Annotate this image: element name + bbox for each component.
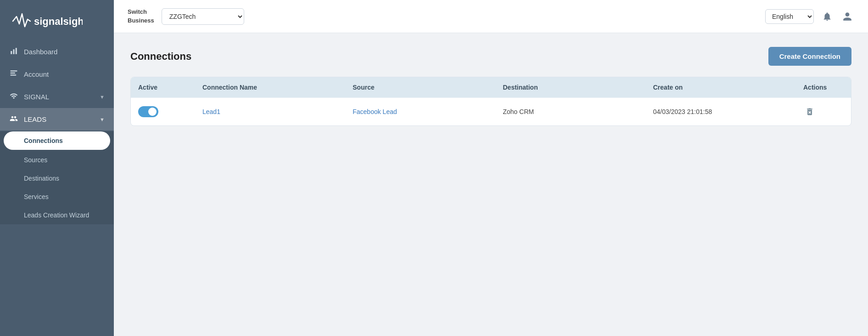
bell-icon: [822, 11, 832, 22]
svg-rect-0: [11, 51, 12, 54]
page-header: Connections Create Connection: [130, 47, 851, 66]
switch-business-label: SwitchBusiness: [128, 8, 154, 24]
svg-rect-1: [13, 49, 15, 54]
sidebar-item-leads[interactable]: LEADS ▼: [0, 108, 114, 131]
sidebar-item-sources[interactable]: Sources: [0, 151, 114, 169]
svg-rect-5: [11, 74, 17, 75]
sidebar-item-signal-label: SIGNAL: [24, 93, 49, 101]
topbar-right: English: [765, 9, 854, 24]
active-toggle[interactable]: [138, 106, 158, 117]
chart-icon: [9, 47, 18, 57]
sidebar-item-destinations[interactable]: Destinations: [0, 169, 114, 188]
leads-chevron-icon: ▼: [100, 117, 105, 122]
sidebar-item-services[interactable]: Services: [0, 188, 114, 206]
cell-actions: [796, 98, 851, 125]
logo-text: signalsight: [34, 16, 83, 27]
sidebar-item-leads-label: LEADS: [24, 115, 46, 123]
cell-source[interactable]: Facebook Lead: [345, 101, 495, 123]
page-content: Connections Create Connection Active Con…: [114, 33, 868, 336]
sidebar-item-account[interactable]: Account: [0, 63, 114, 85]
business-select[interactable]: ZZGTech: [162, 8, 244, 25]
col-connection-name: Connection Name: [195, 77, 345, 97]
user-icon: [842, 11, 852, 22]
account-icon: [9, 69, 18, 79]
signal-chevron-icon: ▼: [100, 94, 105, 100]
toggle-slider: [138, 106, 158, 117]
col-active: Active: [131, 77, 195, 97]
sidebar-item-dashboard[interactable]: Dashboard: [0, 40, 114, 63]
leads-submenu: Connections Sources Destinations Service…: [0, 131, 114, 224]
leads-icon: [9, 114, 18, 124]
col-actions: Actions: [796, 77, 851, 97]
col-source: Source: [345, 77, 495, 97]
sidebar-item-signal[interactable]: SIGNAL ▼: [0, 85, 114, 108]
delete-button[interactable]: [803, 105, 816, 118]
sidebar-item-account-label: Account: [24, 70, 49, 78]
cell-destination: Zoho CRM: [496, 101, 646, 123]
sidebar-nav: Dashboard Account SIGNAL ▼ LEADS ▼: [0, 40, 114, 336]
table-header: Active Connection Name Source Destinatio…: [131, 77, 851, 97]
sidebar-item-leads-creation-wizard[interactable]: Leads Creation Wizard: [0, 206, 114, 224]
trash-icon: [805, 107, 814, 116]
page-title: Connections: [130, 51, 191, 63]
svg-rect-4: [11, 73, 16, 74]
sidebar-item-connections[interactable]: Connections: [4, 131, 110, 150]
logo-container: signalsight: [0, 0, 114, 40]
cell-active: [131, 99, 195, 125]
connections-table: Active Connection Name Source Destinatio…: [130, 77, 851, 126]
col-destination: Destination: [496, 77, 646, 97]
sidebar-item-dashboard-label: Dashboard: [24, 48, 57, 56]
language-select[interactable]: English: [765, 9, 814, 24]
table-row: Lead1 Facebook Lead Zoho CRM 04/03/2023 …: [131, 97, 851, 125]
svg-rect-3: [11, 70, 17, 71]
main-area: SwitchBusiness ZZGTech English Connectio…: [114, 0, 868, 336]
active-toggle-wrapper: [138, 106, 188, 117]
cell-created-on: 04/03/2023 21:01:58: [646, 101, 796, 123]
topbar: SwitchBusiness ZZGTech English: [114, 0, 868, 33]
user-profile-button[interactable]: [840, 10, 854, 23]
cell-connection-name[interactable]: Lead1: [195, 101, 345, 123]
sidebar: signalsight Dashboard Account SIGNAL ▼: [0, 0, 114, 336]
notifications-button[interactable]: [820, 10, 834, 23]
signal-icon: [9, 92, 18, 102]
svg-rect-2: [16, 48, 17, 54]
col-created-on: Create on: [646, 77, 796, 97]
logo-icon: signalsight: [9, 10, 83, 32]
create-connection-button[interactable]: Create Connection: [768, 47, 851, 66]
